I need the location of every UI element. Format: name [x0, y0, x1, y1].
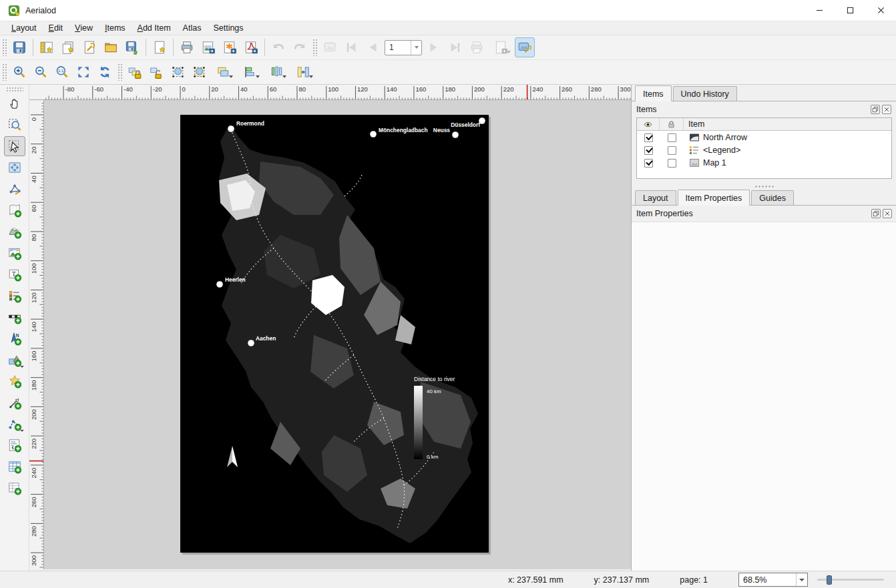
menu-edit[interactable]: Edit — [43, 22, 69, 34]
north-arrow-item[interactable] — [227, 446, 238, 467]
add-pages-button[interactable] — [150, 37, 170, 57]
unlock-all-button[interactable] — [146, 62, 166, 82]
menu-settings[interactable]: Settings — [207, 22, 249, 34]
visibility-checkbox[interactable] — [644, 146, 653, 155]
visibility-checkbox[interactable] — [644, 133, 653, 142]
minimize-button[interactable] — [804, 0, 835, 21]
maximize-button[interactable] — [835, 0, 865, 21]
menu-layout[interactable]: Layout — [5, 22, 43, 34]
export-pdf-button[interactable] — [241, 37, 261, 57]
layout-page[interactable]: RoermondMönchengladbachNeussDüsseldorfHe… — [180, 115, 489, 553]
print-button[interactable] — [177, 37, 197, 57]
toolbar-grip[interactable] — [118, 63, 122, 81]
select-all-button[interactable] — [168, 62, 188, 82]
add-attribute-table-button[interactable] — [4, 457, 25, 477]
city-dot — [370, 131, 377, 137]
menu-items[interactable]: Items — [99, 22, 132, 34]
new-layout-button[interactable] — [37, 37, 57, 57]
raise-items-button[interactable] — [210, 62, 236, 82]
toolbar-grip[interactable] — [6, 87, 23, 91]
add-map-button[interactable] — [4, 200, 25, 220]
toolbar-grip[interactable] — [2, 63, 7, 81]
add-items-from-template-button[interactable] — [101, 37, 121, 57]
tab-undo-history[interactable]: Undo History — [673, 86, 737, 101]
add-arrow-button[interactable] — [4, 392, 25, 412]
lock-checkbox[interactable] — [668, 133, 676, 142]
close-button[interactable] — [865, 0, 896, 21]
atlas-settings-button[interactable] — [515, 37, 535, 57]
distribute-items-button[interactable] — [264, 62, 289, 82]
item-properties-close-button[interactable] — [883, 209, 892, 218]
export-svg-button[interactable] — [220, 37, 240, 57]
map-item-content[interactable]: RoermondMönchengladbachNeussDüsseldorfHe… — [180, 115, 489, 553]
horizontal-ruler[interactable]: -80-60-40-200204060801001201401601802002… — [44, 85, 631, 100]
deselect-all-button[interactable] — [189, 62, 209, 82]
add-3d-map-button[interactable] — [4, 222, 25, 242]
zoom-slider-thumb[interactable] — [827, 575, 832, 585]
lock-selected-button[interactable] — [125, 62, 145, 82]
print-atlas-icon — [469, 40, 484, 55]
menu-atlas[interactable]: Atlas — [177, 22, 208, 34]
lock-checkbox[interactable] — [668, 159, 676, 168]
visibility-checkbox[interactable] — [644, 159, 653, 168]
item-properties-float-button[interactable] — [871, 209, 881, 218]
add-fixed-table-button[interactable] — [4, 478, 25, 498]
move-item-content-button[interactable] — [4, 158, 25, 178]
items-panel-float-button[interactable] — [871, 105, 880, 114]
zoom-tool-icon — [7, 117, 22, 132]
refresh-button[interactable] — [95, 62, 115, 82]
add-marker-button[interactable] — [4, 371, 25, 391]
layout-canvas[interactable]: RoermondMönchengladbachNeussDüsseldorfHe… — [44, 100, 631, 569]
tab-guides[interactable]: Guides — [751, 190, 794, 205]
zoom-slider[interactable] — [817, 575, 884, 585]
raise-items-icon — [216, 65, 230, 79]
save-as-template-icon — [125, 40, 140, 55]
save-project-button[interactable] — [9, 37, 29, 57]
tab-item-properties[interactable]: Item Properties — [678, 190, 750, 206]
add-fixed-table-icon — [7, 481, 22, 495]
add-north-arrow-button[interactable]: N — [4, 328, 25, 348]
add-html-button[interactable] — [4, 435, 25, 455]
toolbar-grip[interactable] — [312, 39, 317, 56]
zoom-out-button[interactable] — [31, 62, 51, 82]
tab-items[interactable]: Items — [635, 85, 672, 101]
toolbar-grip[interactable] — [2, 39, 7, 56]
lock-checkbox[interactable] — [668, 146, 676, 155]
add-shape-button[interactable] — [4, 350, 25, 370]
edit-nodes-item-button[interactable] — [4, 179, 25, 199]
atlas-page-dropdown-arrow[interactable] — [411, 41, 421, 55]
menu-add-item[interactable]: Add Item — [132, 22, 177, 34]
vertical-ruler[interactable]: 0204060801001201401601802002202402602803… — [29, 100, 44, 569]
items-row-legend[interactable]: <Legend> — [637, 144, 891, 156]
zoom-actual-button[interactable]: 1:1 — [52, 62, 72, 82]
hruler-label--80: -80 — [65, 85, 75, 93]
zoom-in-button[interactable] — [9, 62, 29, 82]
add-picture-button[interactable] — [4, 243, 25, 263]
menu-view[interactable]: View — [69, 22, 99, 34]
add-scalebar-button[interactable] — [4, 307, 25, 327]
zoom-combo-dropdown-arrow[interactable] — [796, 573, 807, 586]
pan-button[interactable] — [4, 93, 25, 113]
print-atlas-button — [467, 37, 487, 57]
align-items-button[interactable] — [237, 62, 262, 82]
items-row-map-1[interactable]: Map 1 — [637, 157, 891, 169]
duplicate-layout-button[interactable] — [58, 37, 78, 57]
layout-manager-button[interactable] — [79, 37, 99, 57]
zoom-full-button[interactable] — [73, 62, 93, 82]
items-row-north-arrow[interactable]: North Arrow — [637, 131, 891, 143]
atlas-page-input[interactable]: 1 — [385, 40, 422, 55]
add-node-item-button[interactable] — [4, 414, 25, 434]
select-move-item-button[interactable] — [4, 136, 25, 156]
hruler-label-100: 100 — [328, 85, 339, 93]
save-as-template-button[interactable] — [122, 37, 142, 57]
add-legend-button[interactable] — [4, 286, 25, 306]
resize-items-button[interactable] — [290, 62, 316, 82]
export-image-button[interactable] — [198, 37, 218, 57]
add-label-button[interactable]: T — [4, 264, 25, 284]
panel-splitter[interactable] — [632, 184, 896, 189]
zoom-tool-button[interactable] — [4, 115, 25, 135]
city-label: Mönchengladbach — [379, 127, 428, 133]
items-panel-close-button[interactable] — [882, 105, 891, 114]
zoom-level-combobox[interactable]: 68.5% — [738, 573, 808, 587]
tab-layout[interactable]: Layout — [635, 190, 676, 205]
